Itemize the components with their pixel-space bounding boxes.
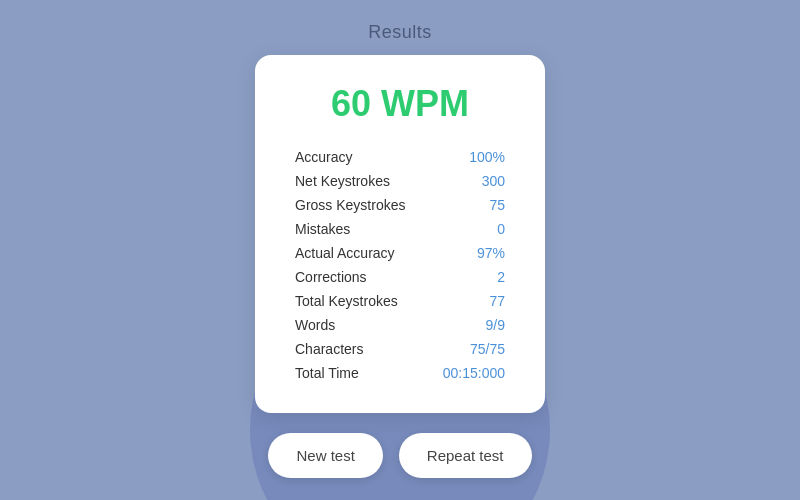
stats-table: Accuracy100%Net Keystrokes300Gross Keyst…	[295, 145, 505, 385]
page-title: Results	[368, 22, 432, 43]
repeat-test-button[interactable]: Repeat test	[399, 433, 532, 478]
stat-label: Gross Keystrokes	[295, 193, 429, 217]
table-row: Total Time00:15:000	[295, 361, 505, 385]
stat-label: Total Time	[295, 361, 429, 385]
stat-label: Corrections	[295, 265, 429, 289]
wpm-display: 60 WPM	[295, 83, 505, 125]
stat-label: Net Keystrokes	[295, 169, 429, 193]
table-row: Words9/9	[295, 313, 505, 337]
stat-value: 00:15:000	[429, 361, 505, 385]
stat-value: 300	[429, 169, 505, 193]
stat-value: 0	[429, 217, 505, 241]
table-row: Total Keystrokes77	[295, 289, 505, 313]
table-row: Gross Keystrokes75	[295, 193, 505, 217]
table-row: Characters75/75	[295, 337, 505, 361]
table-row: Net Keystrokes300	[295, 169, 505, 193]
table-row: Corrections2	[295, 265, 505, 289]
table-row: Accuracy100%	[295, 145, 505, 169]
stat-value: 75/75	[429, 337, 505, 361]
stat-label: Actual Accuracy	[295, 241, 429, 265]
table-row: Mistakes0	[295, 217, 505, 241]
stat-label: Characters	[295, 337, 429, 361]
buttons-row: New test Repeat test	[268, 433, 531, 478]
new-test-button[interactable]: New test	[268, 433, 382, 478]
stat-value: 2	[429, 265, 505, 289]
results-card: 60 WPM Accuracy100%Net Keystrokes300Gros…	[255, 55, 545, 413]
stat-label: Words	[295, 313, 429, 337]
stat-value: 77	[429, 289, 505, 313]
stat-value: 100%	[429, 145, 505, 169]
stat-label: Total Keystrokes	[295, 289, 429, 313]
table-row: Actual Accuracy97%	[295, 241, 505, 265]
stat-value: 9/9	[429, 313, 505, 337]
stat-value: 75	[429, 193, 505, 217]
stat-label: Mistakes	[295, 217, 429, 241]
stat-value: 97%	[429, 241, 505, 265]
stat-label: Accuracy	[295, 145, 429, 169]
